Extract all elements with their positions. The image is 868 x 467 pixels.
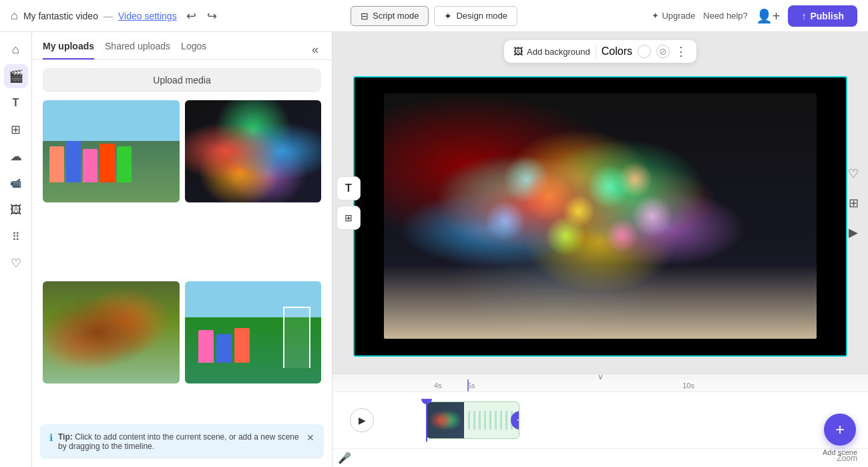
apps-sidebar-button[interactable]: ⠿ — [4, 224, 28, 249]
video-track: + — [386, 399, 863, 442]
tip-info-icon: ℹ — [49, 432, 53, 443]
design-mode-button[interactable]: ✦ Design mode — [434, 6, 517, 26]
ruler-mark-4s: 4s — [434, 381, 442, 390]
tab-shared-uploads[interactable]: Shared uploads — [105, 41, 170, 59]
tip-close-button[interactable]: ✕ — [306, 432, 314, 443]
topbar-center: ⊟ Script mode ✦ Design mode — [351, 6, 517, 26]
play-canvas-button[interactable]: ▶ — [841, 220, 865, 245]
scene-tool-button[interactable]: ⊞ — [337, 206, 361, 230]
add-background-item[interactable]: 🖼 Add background — [513, 46, 590, 57]
timeline: ∨ 4s 5s 10s ▶ — [333, 373, 868, 467]
upload-sidebar-button[interactable]: ☁ — [4, 144, 28, 168]
microphone-button[interactable]: 🎤 — [338, 452, 351, 464]
topbar: ⌂ My fantastic video — Video settings ↩ … — [0, 0, 868, 32]
canvas-toolbar: 🖼 Add background Colors ⊘ ⋮ — [504, 40, 696, 63]
redo-button[interactable]: ↪ — [203, 6, 221, 26]
ruler-mark-10s: 10s — [682, 381, 694, 390]
home-icon-btn[interactable]: ⌂ — [11, 9, 18, 23]
publish-button[interactable]: ↑ Publish — [788, 5, 857, 27]
add-user-button[interactable]: 👤+ — [756, 8, 781, 24]
white-color-swatch[interactable] — [638, 45, 651, 58]
media-panel-tabs: My uploads Shared uploads Logos « — [32, 32, 332, 60]
timeline-ruler: 4s 5s 10s — [333, 379, 868, 392]
project-title: My fantastic video — [23, 11, 98, 21]
text-tool-button[interactable]: T — [337, 176, 361, 200]
script-icon: ⊟ — [361, 11, 369, 21]
timeline-controls: ▶ — [333, 392, 868, 448]
media-thumbnail-3[interactable] — [43, 281, 180, 383]
no-color-swatch[interactable]: ⊘ — [656, 45, 670, 58]
timeline-collapse-handle[interactable]: ∨ — [333, 374, 868, 379]
add-scene-area: + Add scene — [823, 414, 857, 456]
upload-button-wrap: Upload media — [32, 60, 332, 100]
colors-label: Colors — [602, 45, 632, 57]
timeline-tracks: + — [386, 399, 863, 442]
home-sidebar-button[interactable]: ⌂ — [4, 37, 28, 61]
icon-sidebar: ⌂ 🎬 T ⊞ ☁ 📹 🖼 ⠿ ♡ — [0, 32, 32, 467]
add-background-icon: 🖼 — [513, 46, 523, 57]
timeline-playhead[interactable] — [426, 399, 427, 442]
video-settings-link[interactable]: Video settings — [118, 11, 177, 21]
text-sidebar-button[interactable]: T — [4, 91, 28, 115]
undo-redo-group: ↩ ↪ — [182, 6, 221, 26]
media-panel: My uploads Shared uploads Logos « Upload… — [32, 32, 333, 467]
tip-box: ℹ Tip: Click to add content into the cur… — [40, 424, 324, 459]
media-thumbnail-4[interactable] — [185, 281, 322, 383]
clip-thumbnail — [427, 402, 464, 438]
tip-text: Tip: Click to add content into the curre… — [58, 432, 301, 451]
canvas-image-wrap — [355, 77, 846, 355]
topbar-separator: — — [103, 11, 113, 21]
add-scene-button[interactable]: + — [824, 414, 856, 446]
media-sidebar-button[interactable]: 🎬 — [4, 64, 28, 88]
canvas-viewport — [333, 32, 868, 373]
script-mode-button[interactable]: ⊟ Script mode — [351, 6, 429, 26]
canvas-area: 🖼 Add background Colors ⊘ ⋮ T ⊞ — [333, 32, 868, 373]
favorites-sidebar-button[interactable]: ♡ — [4, 251, 28, 275]
video-sidebar-button[interactable]: 📹 — [4, 171, 28, 195]
media-grid — [32, 100, 332, 467]
tab-logos[interactable]: Logos — [181, 41, 206, 59]
collapse-panel-button[interactable]: « — [309, 40, 321, 59]
image-sidebar-button[interactable]: 🖼 — [4, 198, 28, 222]
need-help-link[interactable]: Need help? — [703, 11, 748, 21]
topbar-right: ✦ Upgrade Need help? 👤+ ↑ Publish — [525, 5, 857, 27]
timeline-left-controls: ▶ — [338, 408, 386, 432]
main-layout: ⌂ 🎬 T ⊞ ☁ 📹 🖼 ⠿ ♡ My uploads Shared uplo… — [0, 32, 868, 467]
side-toolbar: T ⊞ — [333, 171, 365, 235]
timeline-clip-1[interactable]: + — [426, 402, 519, 439]
grid-canvas-button[interactable]: ⊞ — [841, 191, 865, 215]
media-thumbnail-1[interactable] — [43, 100, 180, 202]
topbar-left: ⌂ My fantastic video — Video settings ↩ … — [11, 6, 343, 26]
upgrade-button[interactable]: ✦ Upgrade — [652, 11, 695, 21]
publish-icon: ↑ — [801, 11, 806, 21]
media-thumbnail-2[interactable] — [185, 100, 322, 202]
plus-icon: ✦ — [652, 11, 659, 21]
timeline-bottom-bar: 🎤 Zoom — [333, 448, 868, 467]
upload-media-button[interactable]: Upload media — [43, 68, 321, 92]
add-scene-label: Add scene — [823, 448, 857, 456]
design-icon: ✦ — [444, 11, 452, 21]
layers-sidebar-button[interactable]: ⊞ — [4, 118, 28, 142]
canvas-frame[interactable] — [353, 76, 847, 357]
favorite-canvas-button[interactable]: ♡ — [841, 162, 865, 186]
toolbar-divider — [596, 45, 596, 58]
tab-my-uploads[interactable]: My uploads — [43, 41, 94, 59]
undo-button[interactable]: ↩ — [182, 6, 200, 26]
timeline-play-button[interactable]: ▶ — [350, 408, 374, 432]
toolbar-more-button[interactable]: ⋮ — [675, 44, 687, 59]
